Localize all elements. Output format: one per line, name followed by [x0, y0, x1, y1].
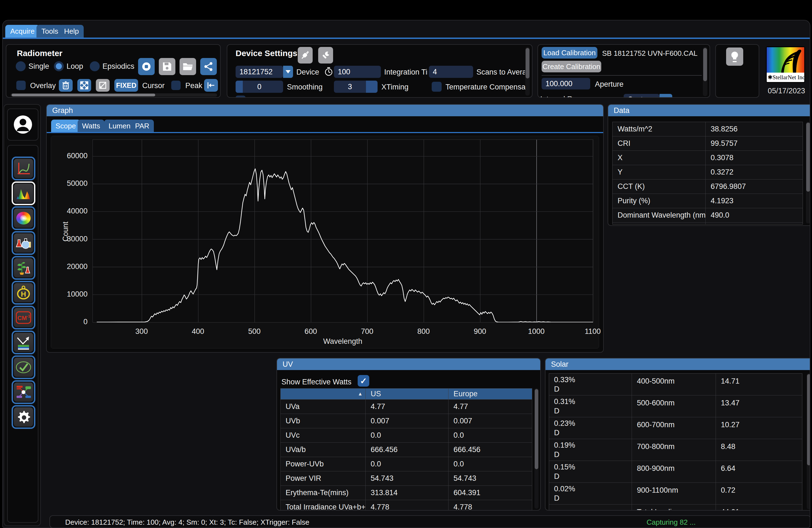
sidebar-item-h-pendant[interactable]: H — [12, 281, 35, 305]
sidebar-item-validation[interactable] — [12, 355, 35, 379]
graph-tab-par[interactable]: PAR — [131, 120, 154, 132]
save-button[interactable] — [159, 58, 175, 75]
uv-col-europe[interactable]: Europe — [449, 388, 532, 399]
smoothing-spinner[interactable]: 0 — [236, 80, 283, 93]
zoom-full-button[interactable] — [77, 79, 91, 92]
overlay-checkbox[interactable] — [16, 80, 26, 90]
sidebar-item-line-chart[interactable] — [12, 157, 35, 180]
xtiming-spin-right[interactable] — [366, 80, 378, 93]
xtiming-spinner[interactable]: 3 — [334, 80, 378, 93]
uv-table-row[interactable]: UVb0.0070.007 — [280, 414, 532, 428]
radio-single[interactable] — [16, 61, 26, 71]
sidebar-item-spectrum[interactable] — [12, 181, 35, 205]
device-select-arrow[interactable] — [283, 66, 293, 78]
chevron-down-icon — [285, 70, 291, 74]
data-table-row[interactable]: X0.3078 — [613, 151, 802, 165]
data-table-row[interactable] — [613, 223, 802, 224]
uv-col-us[interactable]: US — [366, 388, 449, 399]
clipped-dropdown-arrow[interactable] — [659, 94, 672, 98]
solar-table-row[interactable]: 0.15%D800-900nm6.64 — [549, 461, 802, 483]
data-vscrollbar[interactable] — [806, 122, 810, 223]
delete-button[interactable] — [59, 79, 73, 92]
share-button[interactable] — [200, 58, 217, 75]
uv-table-header[interactable]: ▲USEurope — [280, 388, 532, 400]
solar-table-row[interactable]: 0.23%D600-700nm10.27 — [549, 417, 802, 439]
return-cursor-button[interactable] — [204, 79, 218, 92]
sidebar-item-wavenumber[interactable]: CM-1 — [12, 306, 35, 329]
clear-annotation-button[interactable] — [96, 79, 110, 92]
uv-europe-value: 604.391 — [449, 486, 532, 500]
smoothing-spin-left[interactable] — [236, 80, 243, 93]
solar-vscroll-thumb[interactable] — [807, 374, 810, 465]
connect-device-button[interactable] — [298, 47, 313, 63]
solar-table-row[interactable]: Total Irradiance44.01 — [549, 504, 802, 511]
data-table-row[interactable]: CRI99.5757 — [613, 136, 802, 151]
menu-tab-acquire[interactable]: Acquire — [5, 25, 40, 38]
data-metric: X — [613, 151, 706, 165]
clipped-checkbox[interactable] — [236, 96, 246, 98]
calibration-file: SB 18121752 UVN-F600.CAL — [602, 49, 697, 58]
device-settings-vscroll-thumb[interactable] — [526, 48, 530, 78]
uv-vscroll-thumb[interactable] — [535, 389, 538, 469]
peak-checkbox[interactable] — [171, 80, 180, 90]
data-table-row[interactable]: Purity (%)4.1923 — [613, 194, 802, 208]
uv-us-value: 4.778 — [366, 500, 449, 511]
radiometer-hscroll-thumb[interactable] — [12, 93, 155, 97]
data-table-row[interactable]: Y0.3272 — [613, 165, 802, 179]
calibration-vscrollbar[interactable] — [703, 47, 707, 96]
load-calibration-button[interactable]: Load Calibration — [541, 47, 597, 59]
sidebar-item-color-wheel[interactable] — [12, 206, 35, 230]
device-settings-vscrollbar[interactable] — [525, 47, 530, 96]
uv-table-row[interactable]: UVa/b666.456666.456 — [280, 443, 532, 457]
radio-epsiodics[interactable] — [90, 61, 100, 71]
device-setup-button[interactable] — [318, 47, 333, 63]
graph-tab-lumen[interactable]: Lumen — [104, 120, 135, 132]
data-table-row[interactable]: Dominant Wavelength (nm)490.0 — [613, 208, 802, 223]
integration-time-input[interactable]: 100 — [334, 66, 381, 78]
uv-table-row[interactable]: Erythema-Te(mins)313.814604.391 — [280, 486, 532, 500]
sort-ascending-icon: ▲ — [358, 391, 363, 397]
uv-table-row[interactable]: Total Irradiance UVa+b+c4.7784.778 — [280, 500, 532, 511]
sidebar-item-plant[interactable] — [12, 256, 35, 280]
show-effective-watts-checkbox[interactable]: ✓ — [358, 375, 369, 386]
uv-table-row[interactable]: UVc0.00.0 — [280, 428, 532, 443]
sidebar-item-settings[interactable] — [12, 405, 35, 429]
device-select[interactable]: 18121752 — [236, 66, 283, 78]
graph-tab-scope[interactable]: Scope — [51, 120, 81, 132]
calibration-vscroll-thumb[interactable] — [703, 48, 707, 81]
uv-table-row[interactable]: Power-UVb0.00.0 — [280, 457, 532, 471]
sidebar-item-network[interactable] — [12, 380, 35, 404]
user-box[interactable] — [7, 108, 39, 141]
sidebar-item-chemistry[interactable] — [12, 231, 35, 255]
solar-table-row[interactable]: 0.02%D900-1100nm0.72 — [549, 483, 802, 504]
data-table-row[interactable]: CCT (K)6796.9807 — [613, 179, 802, 194]
uv-vscrollbar[interactable] — [534, 388, 539, 509]
reflectance-icon — [16, 335, 31, 350]
radio-loop[interactable] — [54, 61, 64, 71]
clipped-dropdown[interactable]: Custom — [624, 94, 659, 98]
svg-text:H: H — [21, 290, 26, 298]
record-button[interactable] — [138, 58, 155, 75]
scans-to-average-input[interactable]: 4 — [429, 66, 473, 78]
plot-area[interactable] — [92, 140, 593, 323]
create-calibration-button[interactable]: Create Calibration — [541, 61, 601, 72]
solar-vscrollbar[interactable] — [807, 373, 810, 509]
aperture-input[interactable]: 100.000 — [541, 78, 590, 89]
uv-table-row[interactable]: UVa4.774.77 — [280, 400, 532, 414]
radiometer-hscrollbar[interactable] — [11, 93, 217, 97]
uv-table-row[interactable]: Power VIR54.74354.743 — [280, 471, 532, 486]
temp-comp-checkbox[interactable] — [432, 82, 441, 92]
sidebar-item-reflectance[interactable] — [12, 331, 35, 354]
solar-table-row[interactable]: 0.33%D400-500nm14.71 — [549, 373, 802, 395]
graph-tab-watts[interactable]: Watts — [77, 120, 104, 132]
graph-title: Graph — [52, 106, 73, 115]
menu-tab-help[interactable]: Help — [59, 25, 84, 38]
solar-table-row[interactable]: 0.31%D500-600nm13.47 — [549, 395, 802, 417]
fixed-cursor-button[interactable]: FIXED — [114, 79, 138, 92]
open-folder-button[interactable] — [179, 58, 196, 75]
data-table-row[interactable]: Watts/m^238.8256 — [613, 122, 802, 136]
uv-sort-column[interactable]: ▲ — [280, 388, 366, 399]
lamp-button[interactable] — [726, 47, 743, 66]
data-vscroll-thumb[interactable] — [806, 122, 810, 192]
solar-table-row[interactable]: 0.19%D700-800nm8.48 — [549, 439, 802, 461]
